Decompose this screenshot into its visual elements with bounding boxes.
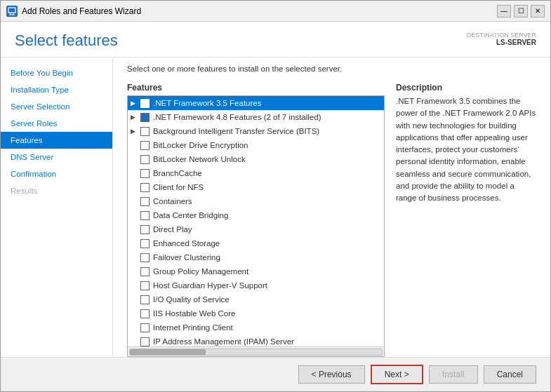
feature-item-failover-clustering[interactable]: Failover Clustering (128, 250, 384, 264)
checkbox-branchcache[interactable] (140, 169, 150, 178)
footer: < Previous Next > Install Cancel (1, 357, 550, 391)
checkbox-net48[interactable] (140, 113, 150, 122)
title-bar: Add Roles and Features Wizard — ☐ ✕ (1, 1, 550, 22)
checkbox-internet-printing[interactable] (140, 323, 150, 332)
cancel-button[interactable]: Cancel (484, 365, 536, 384)
sidebar-item-features[interactable]: Features (1, 132, 112, 149)
sidebar-item-results: Results (1, 182, 112, 199)
checkbox-direct-play[interactable] (140, 225, 150, 234)
feature-item-net48[interactable]: ▶.NET Framework 4.8 Features (2 of 7 ins… (128, 110, 384, 124)
install-button[interactable]: Install (429, 365, 478, 384)
features-list-container[interactable]: ▶.NET Framework 3.5 Features▶.NET Framew… (127, 95, 385, 357)
checkbox-host-guardian[interactable] (140, 281, 150, 290)
description-panel: Description .NET Framework 3.5 combines … (396, 77, 536, 357)
sidebar-item-server-selection[interactable]: Server Selection (1, 98, 112, 115)
wizard-window: Add Roles and Features Wizard — ☐ ✕ Sele… (0, 0, 551, 392)
feature-item-host-guardian[interactable]: Host Guardian Hyper-V Support (128, 278, 384, 292)
feature-label-bits: Background Intelligent Transfer Service … (153, 127, 319, 135)
feature-label-branchcache: BranchCache (153, 169, 202, 177)
feature-label-containers: Containers (153, 197, 192, 205)
main-content: Select one or more features to install o… (113, 58, 550, 357)
minimize-button[interactable]: — (497, 5, 511, 18)
scrollbar-track[interactable] (129, 349, 383, 356)
feature-label-group-policy: Group Policy Management (153, 267, 248, 276)
checkbox-bitlocker-unlock[interactable] (140, 155, 150, 164)
feature-label-bitlocker-unlock: BitLocker Network Unlock (153, 155, 246, 163)
window-title: Add Roles and Features Wizard (22, 6, 141, 16)
feature-item-bitlocker[interactable]: BitLocker Drive Encryption (128, 138, 384, 152)
sidebar-item-confirmation[interactable]: Confirmation (1, 165, 112, 182)
app-icon (6, 6, 18, 17)
features-list[interactable]: ▶.NET Framework 3.5 Features▶.NET Framew… (128, 96, 384, 346)
feature-label-enhanced-storage: Enhanced Storage (153, 239, 220, 248)
feature-item-branchcache[interactable]: BranchCache (128, 166, 384, 180)
scrollbar-thumb[interactable] (130, 349, 206, 355)
two-column-layout: Features ▶.NET Framework 3.5 Features▶.N… (113, 77, 550, 357)
checkbox-bitlocker[interactable] (140, 141, 150, 150)
feature-label-internet-printing: Internet Printing Client (153, 323, 233, 332)
feature-label-dcb: Data Center Bridging (153, 211, 228, 219)
sidebar-item-installation-type[interactable]: Installation Type (1, 81, 112, 98)
sidebar-item-before-you-begin[interactable]: Before You Begin (1, 65, 112, 81)
feature-item-containers[interactable]: Containers (128, 194, 384, 208)
close-button[interactable]: ✕ (531, 5, 545, 18)
feature-label-ipam: IP Address Management (IPAM) Server (153, 337, 294, 346)
checkbox-ipam[interactable] (140, 337, 150, 346)
expand-arrow-net35: ▶ (131, 100, 140, 107)
checkbox-failover-clustering[interactable] (140, 253, 150, 262)
destination-label: DESTINATION SERVER (467, 32, 536, 39)
horizontal-scrollbar[interactable] (128, 346, 384, 356)
checkbox-net35[interactable] (140, 99, 150, 108)
expand-arrow-net48: ▶ (131, 114, 140, 121)
checkbox-dcb[interactable] (140, 211, 150, 220)
checkbox-enhanced-storage[interactable] (140, 239, 150, 248)
expand-arrow-bits: ▶ (131, 128, 140, 135)
checkbox-containers[interactable] (140, 197, 150, 206)
page-title: Select features (15, 32, 118, 50)
features-header: Features (127, 77, 385, 95)
feature-item-io-qos[interactable]: I/O Quality of Service (128, 292, 384, 306)
main-layout: Before You BeginInstallation TypeServer … (1, 58, 550, 357)
feature-label-net48: .NET Framework 4.8 Features (2 of 7 inst… (153, 113, 321, 121)
feature-item-group-policy[interactable]: Group Policy Management (128, 264, 384, 278)
checkbox-iis-hostable[interactable] (140, 309, 150, 318)
sidebar-item-server-roles[interactable]: Server Roles (1, 115, 112, 132)
feature-label-bitlocker: BitLocker Drive Encryption (153, 141, 248, 149)
destination-server: DESTINATION SERVER LS-SERVER (467, 32, 536, 46)
description-text: .NET Framework 3.5 combines the power of… (396, 95, 536, 204)
checkbox-bits[interactable] (140, 127, 150, 136)
feature-item-direct-play[interactable]: Direct Play (128, 222, 384, 236)
title-bar-left: Add Roles and Features Wizard (6, 6, 141, 17)
sidebar-item-dns-server[interactable]: DNS Server (1, 149, 112, 165)
feature-item-bitlocker-unlock[interactable]: BitLocker Network Unlock (128, 152, 384, 166)
sidebar: Before You BeginInstallation TypeServer … (1, 58, 113, 357)
server-name: LS-SERVER (467, 39, 536, 46)
feature-item-dcb[interactable]: Data Center Bridging (128, 208, 384, 222)
previous-button[interactable]: < Previous (298, 365, 365, 384)
feature-item-enhanced-storage[interactable]: Enhanced Storage (128, 236, 384, 250)
features-panel: Features ▶.NET Framework 3.5 Features▶.N… (127, 77, 385, 357)
next-button[interactable]: Next > (371, 365, 423, 384)
page-header: Select features DESTINATION SERVER LS-SE… (1, 22, 550, 58)
svg-rect-0 (8, 8, 15, 13)
checkbox-io-qos[interactable] (140, 295, 150, 304)
instruction-text: Select one or more features to install o… (127, 65, 536, 73)
feature-item-iis-hostable[interactable]: IIS Hostable Web Core (128, 306, 384, 320)
description-header: Description (396, 77, 536, 95)
instruction-bar: Select one or more features to install o… (113, 58, 550, 77)
feature-label-host-guardian: Host Guardian Hyper-V Support (153, 281, 267, 290)
feature-item-net35[interactable]: ▶.NET Framework 3.5 Features (128, 96, 384, 110)
checkbox-client-nfs[interactable] (140, 183, 150, 192)
maximize-button[interactable]: ☐ (514, 5, 528, 18)
title-bar-controls: — ☐ ✕ (497, 5, 545, 18)
feature-item-client-nfs[interactable]: Client for NFS (128, 180, 384, 194)
feature-item-internet-printing[interactable]: Internet Printing Client (128, 320, 384, 334)
feature-label-direct-play: Direct Play (153, 225, 192, 234)
feature-label-net35: .NET Framework 3.5 Features (153, 99, 261, 107)
feature-label-client-nfs: Client for NFS (153, 183, 204, 191)
feature-label-iis-hostable: IIS Hostable Web Core (153, 309, 235, 318)
feature-item-ipam[interactable]: IP Address Management (IPAM) Server (128, 334, 384, 346)
feature-label-failover-clustering: Failover Clustering (153, 253, 220, 262)
feature-item-bits[interactable]: ▶Background Intelligent Transfer Service… (128, 124, 384, 138)
checkbox-group-policy[interactable] (140, 267, 150, 276)
